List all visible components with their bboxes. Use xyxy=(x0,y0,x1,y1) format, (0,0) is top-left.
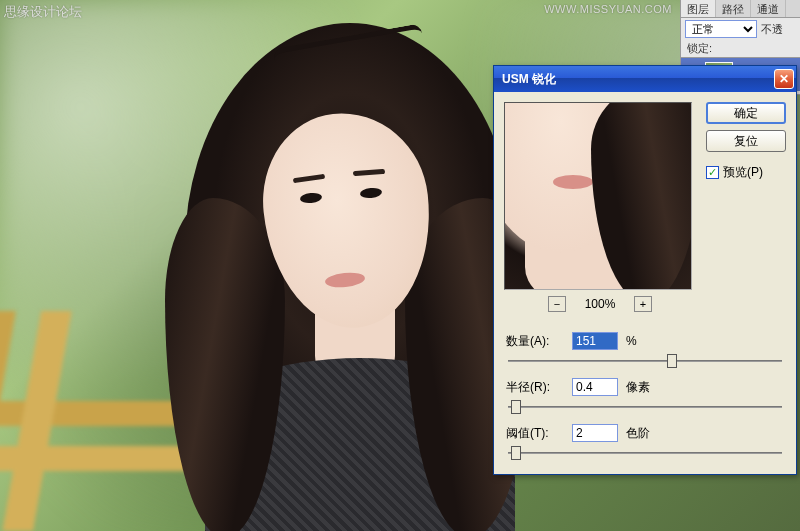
radius-input[interactable] xyxy=(572,378,618,396)
slider-track xyxy=(508,406,782,408)
checkmark-icon: ✓ xyxy=(708,167,717,178)
radius-slider[interactable] xyxy=(508,400,782,414)
threshold-input[interactable] xyxy=(572,424,618,442)
plus-icon: + xyxy=(640,298,646,310)
zoom-in-button[interactable]: + xyxy=(634,296,652,312)
amount-slider-thumb[interactable] xyxy=(667,354,677,368)
radius-unit: 像素 xyxy=(626,379,650,396)
tab-channels[interactable]: 通道 xyxy=(751,0,786,17)
threshold-slider[interactable] xyxy=(508,446,782,460)
filter-preview[interactable] xyxy=(504,102,692,290)
lock-row: 锁定: xyxy=(681,40,800,57)
blend-mode-select[interactable]: 正常 xyxy=(685,20,757,38)
slider-track xyxy=(508,452,782,454)
threshold-label: 阈值(T): xyxy=(506,425,566,442)
usm-sharpen-dialog: USM 锐化 ✕ − 100% + 确定 复位 xyxy=(493,65,797,475)
preview-checkbox-label: 预览(P) xyxy=(723,164,763,181)
radius-label: 半径(R): xyxy=(506,379,566,396)
amount-input[interactable] xyxy=(572,332,618,350)
reset-button[interactable]: 复位 xyxy=(706,130,786,152)
dialog-title: USM 锐化 xyxy=(502,71,774,88)
minus-icon: − xyxy=(554,298,560,310)
preview-checkbox[interactable]: ✓ xyxy=(706,166,719,179)
close-button[interactable]: ✕ xyxy=(774,69,794,89)
watermark-top-left: 思缘设计论坛 xyxy=(4,3,82,21)
amount-label: 数量(A): xyxy=(506,333,566,350)
radius-slider-thumb[interactable] xyxy=(511,400,521,414)
threshold-unit: 色阶 xyxy=(626,425,650,442)
ok-button[interactable]: 确定 xyxy=(706,102,786,124)
lock-label: 锁定: xyxy=(687,42,712,54)
opacity-label: 不透 xyxy=(761,22,783,37)
amount-unit: % xyxy=(626,334,637,348)
zoom-percent: 100% xyxy=(580,297,620,311)
tab-paths[interactable]: 路径 xyxy=(716,0,751,17)
zoom-out-button[interactable]: − xyxy=(548,296,566,312)
watermark-top-right: WWW.MISSYUAN.COM xyxy=(544,3,672,15)
threshold-slider-thumb[interactable] xyxy=(511,446,521,460)
layers-panel-tabs: 图层 路径 通道 xyxy=(681,0,800,18)
dialog-titlebar[interactable]: USM 锐化 ✕ xyxy=(494,66,796,92)
tab-layers[interactable]: 图层 xyxy=(681,0,716,17)
close-icon: ✕ xyxy=(779,72,789,86)
slider-track xyxy=(508,360,782,362)
amount-slider[interactable] xyxy=(508,354,782,368)
